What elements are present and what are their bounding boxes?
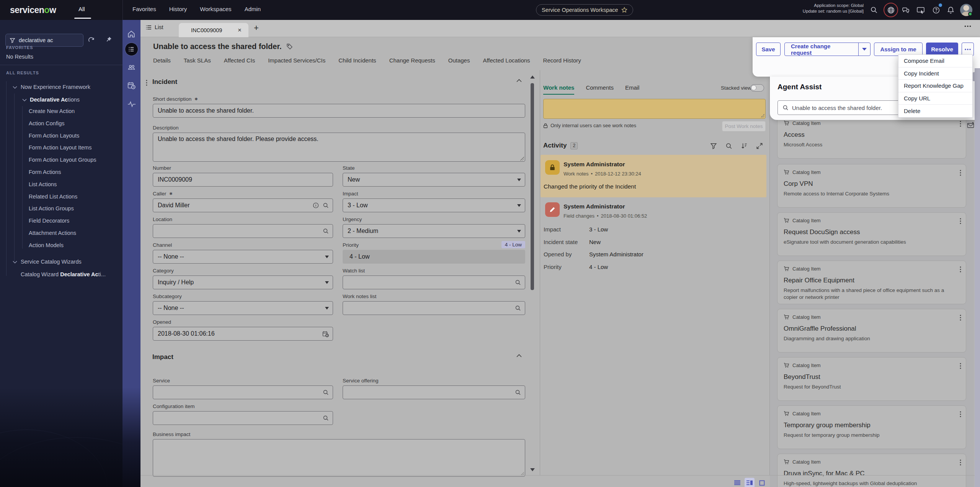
kebab-menu-icon[interactable] (960, 411, 961, 417)
search-icon[interactable] (725, 143, 733, 150)
stacked-view-toggle[interactable] (750, 84, 764, 92)
nav-all[interactable]: All (78, 6, 85, 12)
nav-history[interactable]: History (169, 6, 187, 12)
record-tab[interactable]: Details (153, 57, 171, 70)
impact-select[interactable]: 3 - Low (343, 198, 525, 212)
sidebar-item[interactable]: Action Models (29, 242, 96, 254)
sidebar-item[interactable]: Create New Action (29, 108, 96, 120)
resolve-button[interactable]: Resolve (926, 43, 958, 56)
kebab-menu-icon[interactable] (960, 218, 961, 224)
tab-overflow-icon[interactable] (964, 25, 971, 27)
record-tab[interactable]: Impacted Services/CIs (268, 57, 325, 70)
create-change-request-button[interactable]: Create change request (784, 43, 871, 56)
urgency-select[interactable]: 2 - Medium (343, 224, 525, 238)
calendar-icon[interactable] (322, 331, 329, 337)
nav-admin[interactable]: Admin (245, 6, 261, 12)
sidebar-item[interactable]: Form Action Layouts (29, 133, 96, 145)
sidebar-item-service-catalog-wizards[interactable]: Service Catalog Wizards (21, 259, 82, 265)
catalog-item-card[interactable]: Catalog Item Access Microsoft Access (777, 115, 966, 159)
description-textarea[interactable]: Unable to access the shared folder. Plea… (153, 133, 525, 162)
form-scrollbar[interactable] (531, 83, 534, 290)
tab-list[interactable]: List (146, 24, 163, 30)
calendar-clock-icon[interactable] (127, 81, 136, 90)
search-icon[interactable] (323, 415, 329, 421)
expand-icon[interactable] (756, 143, 763, 150)
state-select[interactable]: New (343, 173, 525, 187)
search-icon[interactable] (515, 389, 521, 395)
sort-icon[interactable] (741, 143, 748, 150)
scroll-down-icon[interactable] (530, 468, 535, 471)
tab-comments[interactable]: Comments (586, 84, 614, 95)
home-icon[interactable] (127, 30, 136, 39)
sidebar-item[interactable]: Field Decorators (29, 218, 96, 230)
record-tab[interactable]: Affected Locations (483, 57, 530, 70)
chevron-down-icon[interactable] (13, 261, 17, 264)
caller-input[interactable]: David Miller (153, 198, 333, 212)
kebab-menu-icon[interactable] (960, 315, 961, 321)
watch-list-input[interactable] (343, 275, 525, 289)
search-icon[interactable] (323, 228, 329, 234)
channel-select[interactable]: -- None -- (153, 250, 333, 264)
sidebar-item-catalog-wizard[interactable]: Catalog Wizard Declarative Acti... (21, 271, 106, 277)
sidebar-item[interactable]: List Actions (29, 181, 96, 193)
catalog-item-card[interactable]: Catalog Item Repair Office Equipment Rep… (777, 261, 966, 304)
tag-icon[interactable] (286, 43, 293, 50)
record-tab[interactable]: Child Incidents (338, 57, 376, 70)
close-icon[interactable]: × (238, 26, 242, 34)
record-tab[interactable]: Outages (448, 57, 470, 70)
info-icon[interactable] (313, 202, 319, 208)
chat-icon[interactable] (900, 5, 910, 15)
record-tab[interactable]: Task SLAs (184, 57, 211, 70)
new-tab-button[interactable]: + (254, 23, 259, 33)
search-icon[interactable] (869, 5, 879, 15)
record-tab[interactable]: Record History (543, 57, 581, 70)
screen-share-icon[interactable] (916, 5, 926, 15)
sidebar-item-declarative-actions[interactable]: Declarative Actions (30, 97, 80, 103)
bell-icon[interactable] (946, 5, 956, 15)
menu-item[interactable]: Delete (898, 105, 972, 117)
kebab-menu-icon[interactable] (960, 121, 961, 127)
work-notes-list-input[interactable] (343, 301, 525, 315)
location-input[interactable] (153, 224, 333, 238)
catalog-item-card[interactable]: Catalog Item BeyondTrust Request for Bey… (777, 357, 966, 401)
envelope-plus-icon[interactable] (967, 122, 974, 129)
catalog-item-card[interactable]: Catalog Item Temporary group membership … (777, 405, 966, 449)
tab-email[interactable]: Email (625, 84, 640, 95)
sidebar-item[interactable]: Form Action Layout Groups (29, 157, 96, 169)
search-icon[interactable] (323, 389, 329, 395)
kebab-menu-icon[interactable] (960, 363, 961, 369)
view-list-icon[interactable] (732, 478, 742, 487)
service-offering-input[interactable] (343, 385, 525, 399)
tab-record-inc0009009[interactable]: INC0009009 × (179, 23, 248, 37)
post-work-notes-button[interactable]: Post Work notes (722, 121, 766, 131)
sidebar-item[interactable]: Form Actions (29, 169, 96, 181)
kebab-menu-icon[interactable] (960, 266, 961, 272)
pulse-icon[interactable] (127, 100, 136, 108)
menu-item[interactable]: Copy URL (898, 92, 972, 105)
menu-item[interactable]: Copy Incident (898, 67, 972, 80)
service-input[interactable] (153, 385, 333, 399)
sidebar-item[interactable]: List Action Groups (29, 205, 96, 218)
configuration-item-input[interactable] (153, 411, 333, 425)
save-button[interactable]: Save (756, 43, 781, 56)
catalog-item-card[interactable]: Catalog Item Request DocuSign access eSi… (777, 212, 966, 256)
work-notes-textarea[interactable] (543, 99, 766, 119)
catalog-item-card[interactable]: Catalog Item Corp VPN Remote access to I… (777, 164, 966, 208)
sidebar-item[interactable]: Form Action Layout Items (29, 144, 96, 157)
search-icon[interactable] (515, 305, 521, 311)
pin-icon[interactable] (105, 36, 113, 44)
servicenow-logo[interactable]: servicenow (10, 5, 56, 15)
sidebar-item[interactable]: Action Configs (29, 120, 96, 133)
filter-icon[interactable] (710, 143, 717, 150)
drag-handle-icon[interactable] (146, 80, 147, 86)
catalog-item-card[interactable]: Catalog Item Druva inSync, for Mac & PC … (777, 454, 966, 487)
collapse-icon[interactable] (516, 354, 522, 357)
assign-to-me-button[interactable]: Assign to me (874, 43, 923, 56)
record-tab[interactable]: Change Requests (389, 57, 435, 70)
more-actions-button[interactable] (962, 43, 974, 56)
view-split-icon[interactable] (745, 478, 755, 487)
subcategory-select[interactable]: -- None -- (153, 301, 333, 315)
sidebar-item-now-experience-framework[interactable]: Now Experience Framework (21, 84, 90, 90)
globe-icon[interactable] (886, 5, 896, 15)
chevron-down-icon[interactable] (859, 43, 870, 56)
